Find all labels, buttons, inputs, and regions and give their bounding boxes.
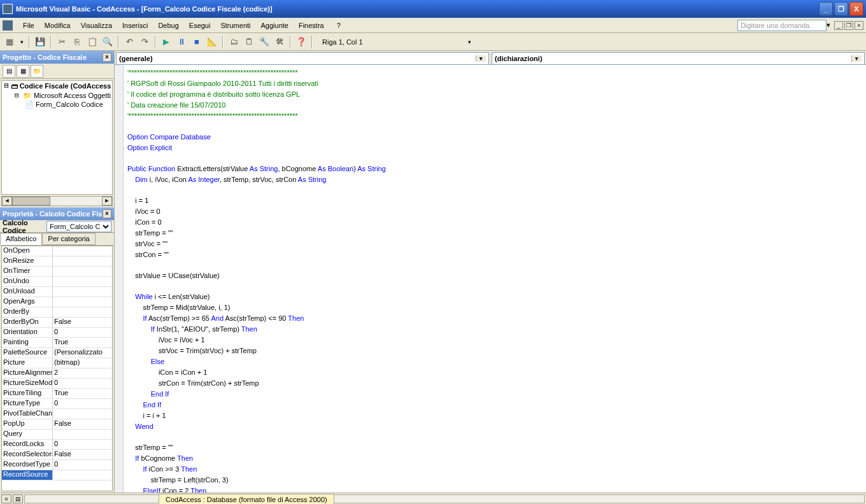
property-row[interactable]: OrderBy (2, 307, 112, 318)
properties-icon[interactable]: 🗒 (242, 35, 256, 49)
toggle-folders-icon[interactable]: 📁 (31, 65, 43, 78)
property-value[interactable]: 0 (53, 379, 112, 388)
tree-item-form[interactable]: 📄Form_Calcolo Codice (2, 100, 112, 109)
database-tab[interactable]: CodAccess : Database (formato file di Ac… (159, 494, 334, 505)
object-combo[interactable]: (generale)▾ (116, 52, 489, 65)
property-value[interactable]: False (53, 450, 112, 459)
view-object-icon[interactable]: ▦ (17, 65, 29, 78)
tab-alphabetical[interactable]: Alfabetico (0, 233, 42, 245)
property-value[interactable] (53, 297, 112, 307)
help-search-dropdown[interactable]: ▾ (827, 21, 830, 29)
paste-icon[interactable]: 📋 (85, 35, 99, 49)
menu-view[interactable]: Visualizza (76, 20, 117, 31)
project-tree[interactable]: ⊟🗃Codice Fiscale (CodAccess ⊟📁Microsoft … (1, 80, 113, 195)
run-icon[interactable]: ▶ (159, 35, 173, 49)
property-row[interactable]: PictureTilingTrue (2, 389, 112, 399)
scroll-right-icon[interactable]: ► (102, 197, 112, 206)
view-full-module-icon[interactable]: ▤ (13, 494, 23, 503)
property-row[interactable]: RecordSelectorsFalse (2, 450, 112, 460)
object-browser-icon[interactable]: 🔧 (257, 35, 271, 49)
property-value[interactable]: (bitmap) (53, 358, 112, 368)
property-value[interactable] (53, 277, 112, 286)
property-value[interactable]: False (53, 318, 112, 327)
property-value[interactable]: 0 (53, 440, 112, 449)
property-row[interactable]: OnTimer (2, 267, 112, 277)
menu-debug[interactable]: Debug (153, 20, 183, 31)
property-value[interactable]: True (53, 338, 112, 347)
property-row[interactable]: RecordSource (2, 470, 112, 480)
menu-help[interactable]: ? (332, 20, 346, 31)
property-value[interactable] (53, 256, 112, 266)
property-row[interactable]: OnResize (2, 256, 112, 267)
property-value[interactable]: (Personalizzato (53, 348, 112, 358)
menu-file[interactable]: File (18, 20, 39, 31)
tree-folder[interactable]: ⊟📁Microsoft Access Oggetti (2, 90, 112, 100)
property-value[interactable]: 2 (53, 368, 112, 378)
property-row[interactable]: OnUnload (2, 287, 112, 297)
property-row[interactable]: OnOpen (2, 246, 112, 256)
properties-panel-close[interactable]: × (103, 209, 111, 218)
property-value[interactable] (53, 307, 112, 317)
mdi-minimize[interactable]: _ (834, 21, 843, 30)
scroll-left-icon[interactable]: ◄ (2, 197, 12, 206)
editor-hscroll[interactable]: CodAccess : Database (formato file di Ac… (24, 494, 865, 503)
save-icon[interactable]: 💾 (33, 35, 47, 49)
property-value[interactable]: 0 (53, 460, 112, 470)
mdi-restore[interactable]: ❐ (844, 21, 853, 30)
property-row[interactable]: PaintingTrue (2, 338, 112, 348)
code-editor[interactable]: '***************************************… (115, 65, 866, 493)
property-value[interactable] (53, 430, 112, 439)
close-button[interactable]: X (849, 2, 863, 16)
property-row[interactable]: Picture(bitmap) (2, 358, 112, 368)
property-row[interactable]: PictureSizeMode0 (2, 379, 112, 389)
property-object-select[interactable]: Form_Calcolo C (46, 221, 111, 232)
property-value[interactable] (53, 409, 112, 419)
project-hscroll[interactable]: ◄ ► (1, 196, 113, 206)
pause-icon[interactable]: ⏸ (174, 35, 188, 49)
toolbar-overflow[interactable]: ▾ (466, 35, 474, 49)
property-value[interactable] (53, 470, 112, 480)
copy-icon[interactable]: ⎘ (70, 35, 84, 49)
undo-icon[interactable]: ↶ (122, 35, 136, 49)
property-value[interactable]: True (53, 389, 112, 398)
stop-icon[interactable]: ■ (190, 35, 204, 49)
help-icon[interactable]: ❓ (294, 35, 308, 49)
minimize-button[interactable]: _ (819, 2, 833, 16)
property-grid[interactable]: OnOpenOnResizeOnTimerOnUndoOnUnloadOpenA… (1, 246, 113, 491)
property-row[interactable]: OnUndo (2, 277, 112, 287)
dropdown-icon[interactable]: ▾ (18, 35, 25, 49)
menu-tools[interactable]: Strumenti (215, 20, 255, 31)
property-value[interactable]: False (53, 419, 112, 429)
menu-edit[interactable]: Modifica (39, 20, 76, 31)
menu-insert[interactable]: Inserisci (117, 20, 153, 31)
maximize-button[interactable]: ❐ (834, 2, 848, 16)
mdi-close[interactable]: × (855, 21, 863, 30)
redo-icon[interactable]: ↷ (138, 35, 152, 49)
scroll-thumb[interactable] (12, 197, 50, 206)
tab-categorized[interactable]: Per categoria (42, 233, 95, 245)
view-access-icon[interactable]: ▦ (3, 35, 17, 49)
procedure-combo[interactable]: (dichiarazioni)▾ (492, 52, 865, 65)
toolbox-icon[interactable]: 🛠 (273, 35, 287, 49)
property-value[interactable]: 0 (53, 399, 112, 409)
property-row[interactable]: PictureType0 (2, 399, 112, 409)
property-row[interactable]: PictureAlignment2 (2, 368, 112, 379)
property-value[interactable] (53, 267, 112, 276)
property-row[interactable]: Query (2, 430, 112, 440)
design-mode-icon[interactable]: 📐 (205, 35, 219, 49)
property-row[interactable]: OrderByOnFalse (2, 318, 112, 328)
property-row[interactable]: Orientation0 (2, 328, 112, 338)
property-value[interactable] (53, 246, 112, 256)
property-row[interactable]: RecordLocks0 (2, 440, 112, 450)
property-row[interactable]: RecordsetType0 (2, 460, 112, 470)
find-icon[interactable]: 🔍 (101, 35, 115, 49)
project-panel-close[interactable]: × (103, 53, 111, 62)
view-code-icon[interactable]: ▤ (3, 65, 15, 78)
property-row[interactable]: OpenArgs (2, 297, 112, 307)
property-row[interactable]: PopUpFalse (2, 419, 112, 430)
project-explorer-icon[interactable]: 🗂 (227, 35, 241, 49)
view-procedure-icon[interactable]: ≡ (1, 494, 11, 503)
property-value[interactable]: 0 (53, 328, 112, 337)
property-row[interactable]: PaletteSource(Personalizzato (2, 348, 112, 358)
tree-root[interactable]: ⊟🗃Codice Fiscale (CodAccess (2, 81, 112, 90)
